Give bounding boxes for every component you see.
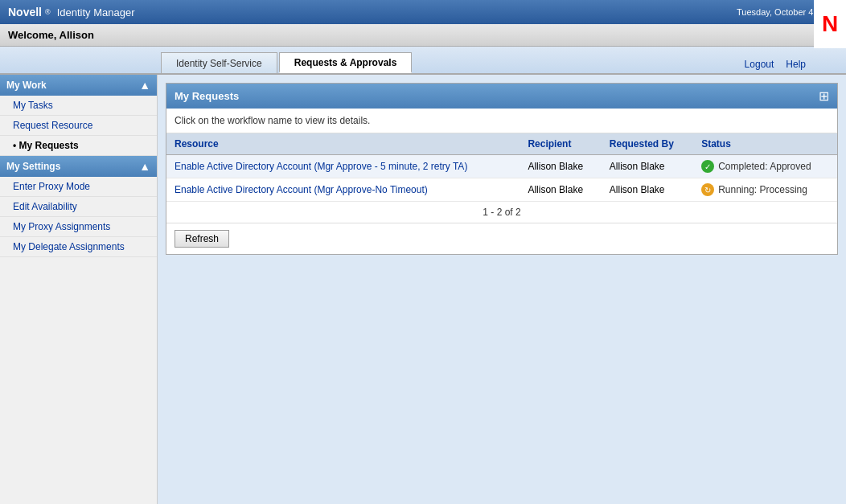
status-running-icon: ↻ [701, 183, 714, 196]
col-recipient: Recipient [520, 133, 601, 155]
my-requests-panel: My Requests ⊞ Click on the workflow name… [166, 83, 838, 255]
tab-identity-self-service[interactable]: Identity Self-Service [161, 52, 277, 73]
nav-area: Identity Self-Service Requests & Approva… [0, 47, 846, 75]
pagination: 1 - 2 of 2 [166, 202, 837, 223]
logout-link[interactable]: Logout [745, 59, 774, 70]
novell-brand: Novell [8, 6, 42, 18]
app-header: Novell® Identity Manager Tuesday, Octobe… [0, 0, 846, 24]
sidebar-item-my-tasks[interactable]: My Tasks [0, 96, 157, 116]
requested-by-cell-2: Allison Blake [602, 178, 693, 202]
recipient-cell-1: Allison Blake [520, 155, 601, 178]
status-cell-2: ↻ Running: Processing [693, 178, 837, 202]
sidebar-item-enter-proxy-mode[interactable]: Enter Proxy Mode [0, 177, 157, 197]
status-running: ↻ Running: Processing [701, 183, 829, 196]
help-link[interactable]: Help [786, 59, 806, 70]
sidebar-item-my-delegate-assignments[interactable]: My Delegate Assignments [0, 237, 157, 257]
resource-cell-2: Enable Active Directory Account (Mgr App… [166, 178, 520, 202]
status-label-1: Completed: Approved [718, 161, 811, 172]
status-complete-icon: ✓ [701, 160, 714, 173]
status-cell-1: ✓ Completed: Approved [693, 155, 837, 178]
table-row: Enable Active Directory Account (Mgr App… [166, 178, 837, 202]
table-header-row: Resource Recipient Requested By Status [166, 133, 837, 155]
panel-title: My Requests [175, 90, 239, 102]
sidebar-item-my-requests[interactable]: My Requests [0, 136, 157, 156]
sidebar-section-my-settings-label: My Settings [6, 161, 60, 172]
recipient-cell-2: Allison Blake [520, 178, 601, 202]
sidebar-item-request-resource[interactable]: Request Resource [0, 116, 157, 136]
table-row: Enable Active Directory Account (Mgr App… [166, 155, 837, 178]
col-requested-by: Requested By [602, 133, 693, 155]
tab-requests-approvals[interactable]: Requests & Approvals [279, 52, 413, 73]
panel-instruction: Click on the workflow name to view its d… [166, 109, 837, 133]
main-layout: My Work ▲ My Tasks Request Resource My R… [0, 75, 846, 504]
resource-link-1[interactable]: Enable Active Directory Account (Mgr App… [175, 161, 467, 172]
status-completed: ✓ Completed: Approved [701, 160, 829, 173]
welcome-bar: Welcome, Allison [0, 24, 846, 47]
sidebar-item-edit-availability[interactable]: Edit Availability [0, 197, 157, 217]
nav-right-links: Logout Help [745, 59, 846, 73]
novell-n-logo: N [814, 0, 846, 48]
col-status: Status [693, 133, 837, 155]
requests-table: Resource Recipient Requested By Status E… [166, 133, 837, 202]
refresh-row: Refresh [166, 223, 837, 254]
welcome-message: Welcome, Allison [8, 29, 94, 41]
sidebar-section-my-work-label: My Work [6, 80, 47, 91]
app-logo: Novell® Identity Manager [8, 6, 135, 18]
collapse-my-settings-icon: ▲ [139, 160, 150, 173]
registered-symbol: ® [45, 8, 51, 16]
sidebar: My Work ▲ My Tasks Request Resource My R… [0, 75, 158, 504]
sidebar-section-my-work[interactable]: My Work ▲ [0, 75, 157, 96]
requested-by-cell-1: Allison Blake [602, 155, 693, 178]
panel-grid-icon: ⊞ [819, 88, 829, 104]
collapse-my-work-icon: ▲ [139, 79, 150, 92]
resource-link-2[interactable]: Enable Active Directory Account (Mgr App… [175, 184, 428, 195]
sidebar-section-my-settings[interactable]: My Settings ▲ [0, 156, 157, 177]
col-resource: Resource [166, 133, 520, 155]
sidebar-item-my-proxy-assignments[interactable]: My Proxy Assignments [0, 217, 157, 237]
status-label-2: Running: Processing [718, 184, 807, 195]
product-name: Identity Manager [57, 6, 135, 18]
resource-cell-1: Enable Active Directory Account (Mgr App… [166, 155, 520, 178]
refresh-button[interactable]: Refresh [175, 230, 229, 248]
content-area: My Requests ⊞ Click on the workflow name… [158, 75, 846, 504]
panel-header: My Requests ⊞ [166, 84, 837, 109]
